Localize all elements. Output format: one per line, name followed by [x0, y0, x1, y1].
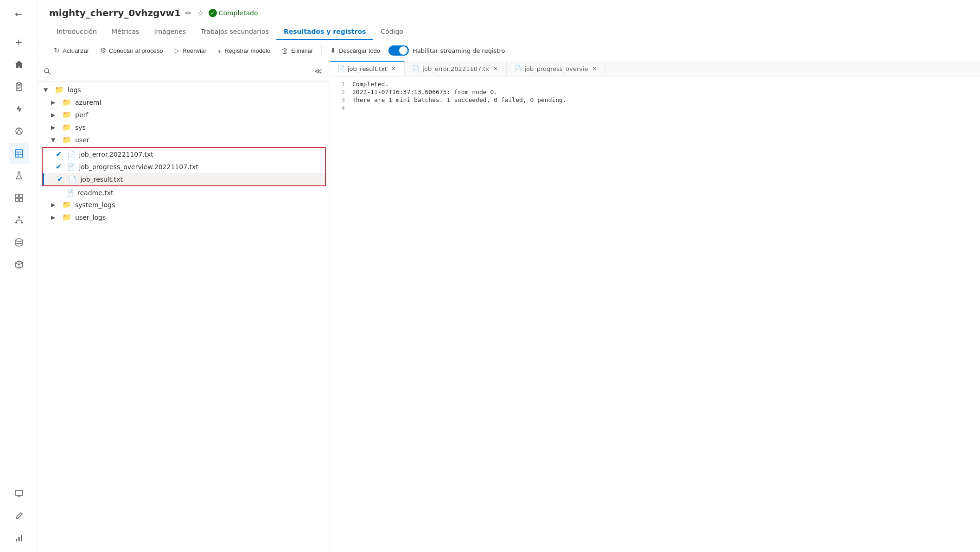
toolbar: ↻ Actualizar ⚙ Conectar al proceso ▷ Ree…: [38, 40, 980, 61]
conectar-btn[interactable]: ⚙ Conectar al proceso: [95, 44, 167, 57]
sidebar-lightning-btn[interactable]: [9, 99, 29, 119]
tab-resultados-registros[interactable]: Resultados y registros: [276, 24, 373, 40]
sidebar-chart-btn[interactable]: [9, 528, 29, 548]
svg-rect-32: [21, 535, 22, 541]
close-tab-btn[interactable]: ✕: [492, 65, 499, 72]
chevron-right-icon: ▶: [51, 202, 58, 208]
sidebar: ← +: [0, 0, 38, 552]
nav-tabs: Introducción Métricas Imágenes Trabajos …: [49, 24, 969, 40]
download-icon: ⬇: [330, 46, 336, 55]
chevron-right-icon: ▶: [51, 99, 58, 106]
sidebar-clipboard-btn[interactable]: [9, 76, 29, 97]
tree-item-perf[interactable]: ▶ 📁 perf: [38, 108, 330, 121]
streaming-label: Habilitar streaming de registro: [413, 47, 505, 54]
tree-item-user[interactable]: ▼ 📁 user: [38, 133, 330, 146]
svg-rect-20: [15, 222, 17, 223]
descargar-btn[interactable]: ⬇ Descargar todo: [325, 44, 385, 57]
chevron-down-icon: ▼: [51, 137, 58, 143]
tree-item-azureml[interactable]: ▶ 📁 azureml: [38, 96, 330, 108]
tree-item-job-progress[interactable]: ✔ 📄 job_progress_overview.20221107.txt: [43, 160, 325, 173]
tree-item-job-result[interactable]: ✔ 📄 job_result.txt: [43, 173, 325, 185]
checked-icon: ✔: [56, 150, 62, 159]
chevron-down-icon: ▼: [44, 87, 51, 93]
tree-item-job-error[interactable]: ✔ 📄 job_error.20221107.txt: [43, 148, 325, 160]
folder-icon: 📁: [62, 213, 71, 222]
chevron-right-icon: ▶: [51, 124, 58, 131]
tree-item-system-logs[interactable]: ▶ 📁 system_logs: [38, 198, 330, 211]
line-code: 2022-11-07T16:37:13.606675: from node 0.: [352, 89, 497, 95]
sidebar-hierarchy-btn[interactable]: [9, 210, 29, 230]
sidebar-grid-btn[interactable]: [9, 188, 29, 208]
sidebar-database-btn[interactable]: [9, 232, 29, 253]
tab-metricas[interactable]: Métricas: [104, 24, 146, 40]
job-title: mighty_cherry_0vhzgvw1: [49, 7, 181, 19]
code-tab-job-error[interactable]: 📄 job_error.20221107.tx ✕: [405, 61, 507, 76]
sidebar-back-btn[interactable]: ←: [9, 4, 29, 24]
delete-icon: 🗑: [281, 47, 288, 55]
svg-rect-16: [19, 194, 23, 197]
svg-rect-15: [15, 194, 19, 197]
actualizar-btn[interactable]: ↻ Actualizar: [49, 44, 94, 57]
registrar-btn[interactable]: + Registrar modelo: [213, 44, 275, 57]
header-title-row: mighty_cherry_0vhzgvw1 ✏️ ☆ ✓ Completado: [49, 7, 969, 19]
sidebar-flask-btn[interactable]: [9, 165, 29, 186]
search-icon: [44, 68, 51, 75]
tree-item-logs[interactable]: ▼ 📁 logs: [38, 83, 330, 96]
code-tab-job-result[interactable]: 📄 job_result.txt ✕: [330, 61, 405, 76]
chevron-right-icon: ▶: [51, 214, 58, 221]
content-area: ≪ ▼ 📁 logs ▶ 📁 azureml ▶ 📁: [38, 61, 980, 552]
checked-icon: ✔: [57, 175, 63, 184]
streaming-toggle[interactable]: [388, 45, 409, 56]
code-tab-job-progress[interactable]: 📄 job_progress_overvie ✕: [507, 61, 605, 76]
tab-introduccion[interactable]: Introducción: [49, 24, 104, 40]
svg-rect-1: [18, 82, 20, 84]
folder-icon: 📁: [62, 200, 71, 209]
tab-codigo[interactable]: Código: [373, 24, 411, 40]
line-number: 4: [330, 104, 352, 111]
file-search-bar: ≪: [38, 61, 330, 82]
code-tabs: 📄 job_result.txt ✕ 📄 job_error.20221107.…: [330, 61, 980, 76]
line-code: There are 1 mini batches. 1 succeeded, 0…: [352, 96, 566, 103]
sidebar-home-btn[interactable]: [9, 54, 29, 75]
svg-point-26: [16, 239, 22, 241]
sidebar-pen-btn[interactable]: [9, 506, 29, 526]
header: mighty_cherry_0vhzgvw1 ✏️ ☆ ✓ Completado…: [38, 0, 980, 40]
svg-line-10: [19, 130, 21, 133]
sidebar-cube-btn[interactable]: [9, 254, 29, 275]
sidebar-add-btn[interactable]: +: [9, 32, 29, 52]
chevron-right-icon: ▶: [51, 112, 58, 118]
connect-icon: ⚙: [100, 46, 106, 55]
file-tab-icon: 📄: [514, 65, 522, 72]
folder-icon: 📁: [62, 135, 71, 144]
status-badge: ✓ Completado: [209, 9, 258, 17]
close-tab-btn[interactable]: ✕: [591, 65, 598, 72]
tree-item-sys[interactable]: ▶ 📁 sys: [38, 121, 330, 133]
folder-icon: 📁: [62, 110, 71, 119]
tree-item-readme[interactable]: 📄 readme.txt: [38, 187, 330, 198]
file-icon: 📄: [69, 176, 76, 183]
sidebar-divider-1: [12, 28, 26, 28]
play-icon: ▷: [174, 46, 179, 55]
tab-trabajos-secundarios[interactable]: Trabajos secundarios: [193, 24, 276, 40]
code-line-2: 2 2022-11-07T16:37:13.606675: from node …: [330, 88, 980, 96]
search-input[interactable]: [55, 68, 309, 75]
line-number: 2: [330, 89, 352, 95]
reenviar-btn[interactable]: ▷ Reenviar: [169, 44, 211, 57]
sidebar-network-btn[interactable]: [9, 121, 29, 141]
sidebar-monitor-btn[interactable]: [9, 483, 29, 504]
code-line-4: 4: [330, 104, 980, 112]
eliminar-btn[interactable]: 🗑 Eliminar: [277, 44, 318, 57]
svg-line-34: [48, 72, 50, 74]
svg-line-9: [17, 130, 19, 133]
tab-imagenes[interactable]: Imágenes: [146, 24, 193, 40]
close-tab-btn[interactable]: ✕: [390, 65, 397, 72]
collapse-panel-btn[interactable]: ≪: [312, 65, 324, 77]
svg-rect-27: [15, 490, 23, 495]
tree-item-user-logs[interactable]: ▶ 📁 user_logs: [38, 211, 330, 223]
favorite-btn[interactable]: ☆: [196, 8, 204, 19]
add-icon: +: [217, 47, 222, 55]
refresh-icon: ↻: [54, 46, 60, 55]
edit-title-btn[interactable]: ✏️: [185, 8, 192, 19]
sidebar-table-btn[interactable]: [9, 143, 29, 164]
folder-icon: 📁: [62, 123, 71, 132]
